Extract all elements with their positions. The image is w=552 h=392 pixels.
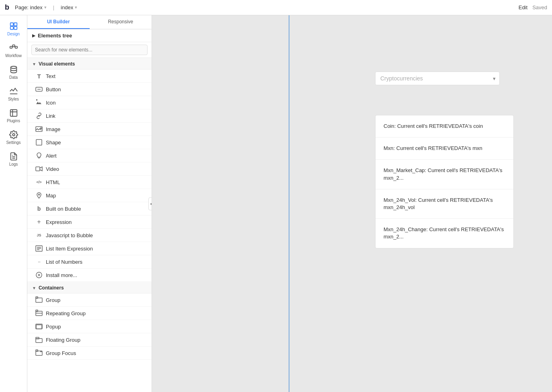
- group-icon: [35, 296, 43, 304]
- list-item-expression-icon: [35, 245, 43, 252]
- element-item-shape[interactable]: Shape: [27, 136, 152, 149]
- elements-tree-header[interactable]: ▶ Elements tree: [27, 29, 152, 42]
- element-item-video[interactable]: Video: [27, 162, 152, 176]
- crypto-dropdown[interactable]: Cryptocurrencies: [375, 72, 500, 85]
- icon-sidebar: Design Workflow Data: [0, 15, 27, 392]
- element-label-html: HTML: [46, 179, 60, 185]
- element-item-repeating-group[interactable]: Repeating Group: [27, 307, 152, 320]
- svg-rect-40: [36, 350, 38, 351]
- sidebar-item-logs[interactable]: Logs: [2, 149, 26, 170]
- app-logo: b: [5, 3, 9, 12]
- repeating-group-icon: [35, 310, 43, 317]
- sidebar-item-plugins-label: Plugins: [7, 119, 20, 123]
- element-item-group[interactable]: Group: [27, 293, 152, 307]
- group-focus-icon: [35, 349, 43, 357]
- video-icon: [35, 165, 43, 172]
- data-row-mxn-24h-change-label: Mxn_24h_Change: Current cell's RETRIEVED…: [384, 226, 504, 240]
- element-label-popup: Popup: [46, 324, 61, 330]
- main-layout: Design Workflow Data: [0, 15, 552, 392]
- svg-rect-16: [36, 99, 37, 101]
- sidebar-item-styles[interactable]: Styles: [2, 84, 26, 105]
- svg-rect-21: [36, 167, 40, 171]
- index-selector[interactable]: index ▾: [61, 4, 77, 10]
- data-card-row-mxn: Mxn: Current cell's RETRIEVEDATA's mxn: [376, 138, 513, 160]
- element-label-floating-group: Floating Group: [46, 337, 80, 343]
- data-card-row-mxn-market-cap: Mxn_Market_Cap: Current cell's RETRIEVED…: [376, 160, 513, 189]
- edit-label[interactable]: Edit: [519, 4, 527, 10]
- element-item-floating-group[interactable]: Floating Group: [27, 333, 152, 347]
- element-label-built-on-bubble: Built on Bubble: [46, 206, 81, 212]
- element-item-install-more[interactable]: Install more...: [27, 269, 152, 282]
- sidebar-item-workflow[interactable]: Workflow: [2, 40, 26, 61]
- svg-rect-2: [10, 27, 13, 29]
- collapse-handle[interactable]: ◀: [148, 197, 152, 210]
- element-label-button: Button: [46, 86, 61, 92]
- index-dropdown-arrow: ▾: [75, 5, 77, 10]
- element-item-button[interactable]: Button: [27, 83, 152, 96]
- sidebar-item-data[interactable]: Data: [2, 62, 26, 83]
- element-item-alert[interactable]: Alert: [27, 149, 152, 162]
- sidebar-item-data-label: Data: [9, 75, 18, 80]
- elements-tree-label: Elements tree: [38, 33, 72, 39]
- visual-elements-section-header[interactable]: ▼ Visual elements: [27, 58, 152, 70]
- element-item-javascript-to-bubble[interactable]: JS Javascript to Bubble: [27, 229, 152, 242]
- element-item-list-item-expression[interactable]: List Item Expression: [27, 242, 152, 255]
- element-label-alert: Alert: [46, 153, 57, 159]
- sidebar-item-design[interactable]: Design: [2, 18, 26, 39]
- svg-point-9: [10, 66, 16, 69]
- svg-rect-6: [15, 46, 17, 48]
- sidebar-item-design-label: Design: [7, 32, 20, 36]
- panel-sidebar: UI Builder Responsive ▶ Elements tree ▼ …: [27, 15, 152, 392]
- sidebar-item-plugins[interactable]: Plugins: [2, 105, 26, 126]
- element-item-map[interactable]: Map: [27, 189, 152, 202]
- svg-rect-5: [12, 45, 15, 47]
- elements-tree-arrow: ▶: [32, 33, 35, 38]
- element-item-image[interactable]: Image: [27, 123, 152, 136]
- element-item-html[interactable]: </> HTML: [27, 176, 152, 189]
- tab-responsive[interactable]: Responsive: [90, 15, 152, 29]
- element-item-built-on-bubble[interactable]: b Built on Bubble: [27, 202, 152, 215]
- element-label-javascript: Javascript to Bubble: [46, 232, 93, 238]
- link-icon: [35, 112, 43, 119]
- page-selector[interactable]: Page: index ▾: [15, 4, 47, 10]
- element-label-shape: Shape: [46, 140, 61, 146]
- element-item-link[interactable]: Link: [27, 109, 152, 123]
- sidebar-item-settings[interactable]: Settings: [2, 127, 26, 148]
- svg-point-18: [41, 128, 42, 129]
- top-bar: b Page: index ▾ | index ▾ Edit Saved: [0, 0, 552, 15]
- tab-ui-builder[interactable]: UI Builder: [27, 15, 90, 29]
- containers-section-header[interactable]: ▼ Containers: [27, 282, 152, 293]
- sidebar-item-styles-label: Styles: [8, 97, 19, 101]
- element-item-text[interactable]: T Text: [27, 70, 152, 83]
- button-icon: [35, 86, 43, 93]
- element-item-group-focus[interactable]: Group Focus: [27, 347, 152, 360]
- data-card-row-mxn-24h-vol: Mxn_24h_Vol: Current cell's RETRIEVEDATA…: [376, 189, 513, 219]
- element-item-icon[interactable]: Icon: [27, 96, 152, 109]
- element-label-text: Text: [46, 73, 55, 79]
- top-bar-actions: Edit Saved: [519, 4, 547, 10]
- search-input[interactable]: [31, 45, 148, 55]
- install-more-icon: [35, 271, 43, 279]
- svg-rect-3: [14, 27, 16, 29]
- crypto-dropdown-container: Cryptocurrencies: [375, 72, 500, 85]
- element-label-group-focus: Group Focus: [46, 350, 76, 356]
- page-label: Page: index: [15, 4, 43, 10]
- javascript-icon: JS: [35, 232, 43, 239]
- element-item-expression[interactable]: + Expression: [27, 215, 152, 229]
- element-item-popup[interactable]: Popup: [27, 320, 152, 333]
- data-row-mxn-24h-vol-label: Mxn_24h_Vol: Current cell's RETRIEVEDATA…: [384, 197, 493, 210]
- element-label-expression: Expression: [46, 219, 72, 225]
- map-icon: [35, 192, 43, 199]
- element-item-list-of-numbers[interactable]: ··· List of Numbers: [27, 255, 152, 269]
- panel-tabs: UI Builder Responsive: [27, 15, 152, 29]
- floating-group-icon: [35, 336, 43, 343]
- alert-icon: [35, 152, 43, 159]
- svg-point-41: [40, 351, 42, 352]
- data-card-row-mxn-24h-change: Mxn_24h_Change: Current cell's RETRIEVED…: [376, 219, 513, 248]
- crypto-dropdown-wrap: Cryptocurrencies: [375, 72, 500, 85]
- svg-rect-19: [36, 140, 42, 145]
- element-label-install-more: Install more...: [46, 272, 77, 278]
- canvas-area: Cryptocurrencies Coin: Current cell's RE…: [152, 15, 552, 392]
- element-label-link: Link: [46, 113, 55, 119]
- data-card: Coin: Current cell's RETRIEVEDATA's coin…: [375, 115, 514, 248]
